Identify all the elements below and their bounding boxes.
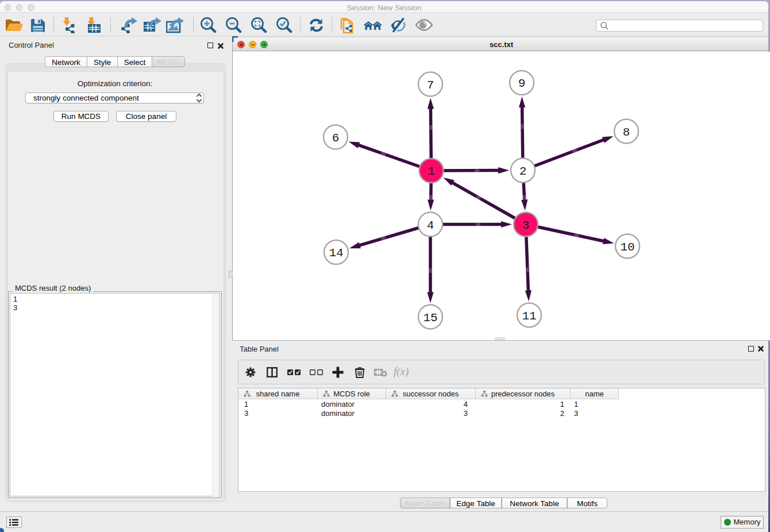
svg-text:11: 11 bbox=[522, 310, 536, 323]
svg-text:1: 1 bbox=[428, 165, 435, 178]
svg-text:3: 3 bbox=[522, 219, 530, 232]
svg-text:7: 7 bbox=[427, 79, 434, 92]
svg-text:2: 2 bbox=[519, 165, 527, 178]
svg-text:4: 4 bbox=[427, 219, 434, 232]
svg-text:6: 6 bbox=[332, 132, 340, 145]
svg-text:9: 9 bbox=[518, 77, 526, 90]
svg-text:8: 8 bbox=[623, 126, 630, 139]
svg-text:14: 14 bbox=[329, 246, 343, 260]
svg-text:15: 15 bbox=[423, 311, 437, 325]
svg-text:10: 10 bbox=[620, 241, 634, 254]
